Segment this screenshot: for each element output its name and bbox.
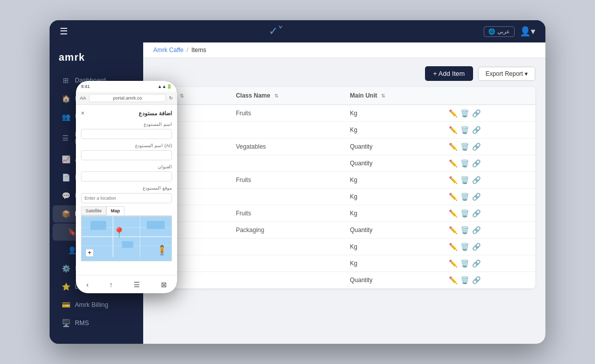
field-label-name-en: اسم المستودع (Ar) xyxy=(81,143,172,148)
delete-icon[interactable]: 🗑️ xyxy=(460,209,469,217)
svg-rect-6 xyxy=(91,221,106,230)
edit-icon[interactable]: ✏️ xyxy=(449,159,457,167)
sort-unit-icon[interactable]: ⇅ xyxy=(381,93,385,99)
billing-icon: 💳 xyxy=(62,301,70,309)
sidebar-item-rms[interactable]: 🖥️ RMS xyxy=(53,314,140,332)
cell-unit: Kg xyxy=(344,255,443,272)
edit-icon[interactable]: ✏️ xyxy=(449,143,457,151)
tab-map[interactable]: Map xyxy=(106,206,124,215)
menus-icon: ☰ xyxy=(62,134,70,142)
cell-actions: ✏️ 🗑️ 🔗 xyxy=(443,172,535,189)
phone-share-button[interactable]: ↑ xyxy=(109,281,113,289)
move-icon[interactable]: 🔗 xyxy=(472,143,481,151)
cell-unit: Kg xyxy=(344,122,443,139)
phone-overlay: 9:41 ▲▲🔋 AA portal.amrk.co ↻ × اضافة مست… xyxy=(76,81,177,293)
phone-aa-label[interactable]: AA xyxy=(80,96,86,101)
delete-icon[interactable]: 🗑️ xyxy=(460,226,469,234)
field-input-address[interactable] xyxy=(81,171,172,181)
table-header-row: Name ⇅ Class Name ⇅ Main Unit ⇅ xyxy=(153,87,535,105)
modal-header: × اضافة مستودع xyxy=(81,110,172,117)
delete-icon[interactable]: 🗑️ xyxy=(460,243,469,251)
table-row: Quantity ✏️ 🗑️ 🔗 xyxy=(153,272,535,289)
delete-icon[interactable]: 🗑️ xyxy=(460,109,469,117)
edit-icon[interactable]: ✏️ xyxy=(449,193,457,201)
edit-icon[interactable]: ✏️ xyxy=(449,209,457,217)
add-item-button[interactable]: + Add Item xyxy=(425,66,473,81)
phone-url-text[interactable]: portal.amrk.co xyxy=(89,94,166,102)
move-icon[interactable]: 🔗 xyxy=(472,193,481,201)
edit-icon[interactable]: ✏️ xyxy=(449,176,457,184)
edit-icon[interactable]: ✏️ xyxy=(449,109,457,117)
modal-close-button[interactable]: × xyxy=(81,110,84,117)
cell-unit: Quantity xyxy=(344,222,443,239)
phone-reload-icon[interactable]: ↻ xyxy=(169,96,173,101)
sort-class-icon[interactable]: ⇅ xyxy=(274,93,278,99)
field-input-name-ar[interactable] xyxy=(81,129,172,139)
modal-title: اضافة مستودع xyxy=(84,110,172,117)
phone-tabs-button[interactable]: ⊠ xyxy=(161,281,167,289)
phone-bookmarks-button[interactable]: ☰ xyxy=(134,281,140,289)
sort-name-icon[interactable]: ⇅ xyxy=(180,93,184,99)
map-zoom-in-button[interactable]: + xyxy=(86,249,94,257)
cell-class xyxy=(230,122,344,139)
delete-icon[interactable]: 🗑️ xyxy=(460,143,469,151)
export-report-button[interactable]: Export Report ▾ xyxy=(478,67,535,81)
sidebar-label-billing: Amrk Billing xyxy=(75,301,108,308)
breadcrumb-parent[interactable]: Amrk Caffe xyxy=(153,47,184,54)
delete-icon[interactable]: 🗑️ xyxy=(460,159,469,167)
delete-icon[interactable]: 🗑️ xyxy=(460,126,469,134)
tab-satellite[interactable]: Satellite xyxy=(81,206,106,215)
breadcrumb-current: Items xyxy=(191,47,206,54)
field-input-name-en[interactable] xyxy=(81,150,172,160)
cell-class: Fruits xyxy=(230,105,344,122)
move-icon[interactable]: 🔗 xyxy=(472,226,481,234)
feedback-icon: 💬 xyxy=(62,192,70,200)
delete-icon[interactable]: 🗑️ xyxy=(460,276,469,284)
table-row: berry Fruits Kg ✏️ 🗑️ 🔗 xyxy=(153,105,535,122)
language-button[interactable]: 🌐 عربي xyxy=(484,26,515,37)
move-icon[interactable]: 🔗 xyxy=(472,126,481,134)
cell-actions: ✏️ 🗑️ 🔗 xyxy=(443,139,535,155)
table-row: Kg ✏️ 🗑️ 🔗 xyxy=(153,122,535,139)
items-table-container: Name ⇅ Class Name ⇅ Main Unit ⇅ xyxy=(153,87,535,289)
edit-icon[interactable]: ✏️ xyxy=(449,126,457,134)
move-icon[interactable]: 🔗 xyxy=(472,259,481,267)
move-icon[interactable]: 🔗 xyxy=(472,243,481,251)
edit-icon[interactable]: ✏️ xyxy=(449,243,457,251)
move-icon[interactable]: 🔗 xyxy=(472,209,481,217)
map-view: 📍 🧍 + xyxy=(81,216,172,261)
phone-status-icons: ▲▲🔋 xyxy=(157,84,172,89)
user-menu-button[interactable]: 👤▾ xyxy=(520,26,535,37)
breadcrumb-sep: / xyxy=(187,47,188,54)
delete-icon[interactable]: 🗑️ xyxy=(460,193,469,201)
table-row: Water Packaging Quantity ✏️ 🗑️ 🔗 xyxy=(153,222,535,239)
phone-back-button[interactable]: ‹ xyxy=(86,281,89,289)
table-row: hicken Quantity ✏️ 🗑️ 🔗 xyxy=(153,155,535,172)
move-icon[interactable]: 🔗 xyxy=(472,159,481,167)
content-area: + Add Item Export Report ▾ Name ⇅ Class … xyxy=(143,58,545,344)
delete-icon[interactable]: 🗑️ xyxy=(460,259,469,267)
tablet-topbar: ☰ ✓˅ 🌐 عربي 👤▾ xyxy=(50,20,545,42)
sidebar-brand: amrk xyxy=(50,48,143,71)
cell-actions: ✏️ 🗑️ 🔗 xyxy=(443,189,535,205)
sidebar-label-rms: RMS xyxy=(75,320,89,327)
delete-icon[interactable]: 🗑️ xyxy=(460,176,469,184)
move-icon[interactable]: 🔗 xyxy=(472,109,481,117)
edit-icon[interactable]: ✏️ xyxy=(449,226,457,234)
field-label-address: العنوان xyxy=(81,164,172,169)
location-input[interactable] xyxy=(81,193,172,203)
col-actions xyxy=(443,87,535,105)
move-icon[interactable]: 🔗 xyxy=(472,176,481,184)
sidebar-item-amrk-billing[interactable]: 💳 Amrk Billing xyxy=(53,296,140,313)
cell-class xyxy=(230,189,344,205)
menu-icon[interactable]: ☰ xyxy=(60,26,68,37)
cell-unit: Kg xyxy=(344,172,443,189)
edit-icon[interactable]: ✏️ xyxy=(449,276,457,284)
cell-actions: ✏️ 🗑️ 🔗 xyxy=(443,239,535,255)
cell-unit: Kg xyxy=(344,105,443,122)
cell-class: Fruits xyxy=(230,205,344,222)
col-unit: Main Unit ⇅ xyxy=(344,87,443,105)
cell-actions: ✏️ 🗑️ 🔗 xyxy=(443,155,535,172)
edit-icon[interactable]: ✏️ xyxy=(449,259,457,267)
move-icon[interactable]: 🔗 xyxy=(472,276,481,284)
